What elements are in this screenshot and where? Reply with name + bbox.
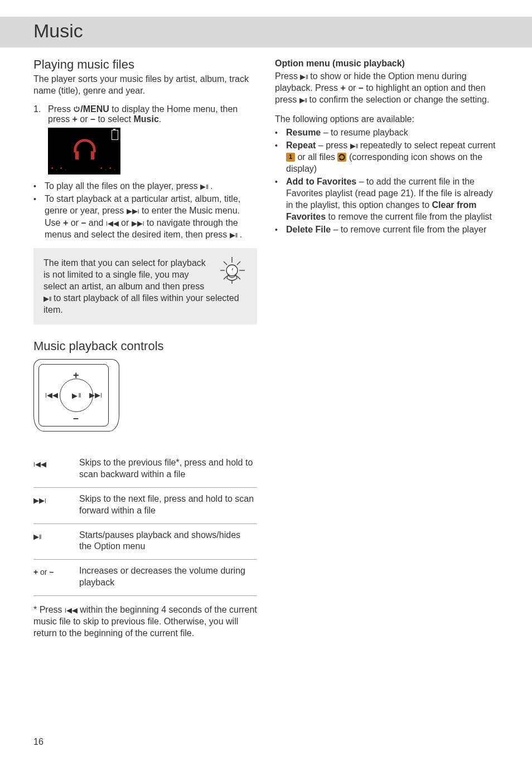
play-pause-icon: ▶II — [350, 142, 358, 150]
step-1: 1. Press /MENU to display the Home menu,… — [33, 104, 257, 124]
table-row: ▶▶I Skips to the next file, press and ho… — [33, 487, 257, 523]
next-icon: ▶▶I — [132, 219, 144, 227]
tip-sun-icon — [217, 254, 247, 287]
battery-icon — [112, 130, 118, 140]
svg-line-6 — [237, 276, 240, 279]
section-title: Music — [33, 20, 499, 42]
player-diagram: + – I◀◀ ▶▶I ▶II — [33, 359, 119, 432]
next-icon: ▶▶I — [127, 207, 139, 215]
options-available: The following options are available: — [275, 113, 499, 125]
heading-playing-music: Playing music files — [33, 57, 257, 72]
home-menu-screenshot: • . • . • . • . — [48, 128, 120, 174]
tip-box: The item that you can select for playbac… — [33, 248, 257, 325]
table-row: I◀◀ Skips to the previous file*, press a… — [33, 452, 257, 487]
control-desc: Starts/pauses playback and shows/hides t… — [79, 523, 257, 560]
minus-icon: – — [73, 413, 79, 424]
power-icon — [73, 105, 80, 113]
play-pause-icon: ▶II — [60, 379, 93, 412]
next-icon: ▶▶I — [33, 496, 46, 505]
bullet-play-specific: • To start playback at a particular arti… — [33, 193, 257, 240]
headphones-icon — [70, 135, 99, 164]
play-pause-icon: ▶II — [300, 72, 308, 81]
option-delete-file: • Delete File – to remove current file f… — [275, 224, 499, 235]
page-number: 16 — [33, 737, 43, 747]
controls-table: I◀◀ Skips to the previous file*, press a… — [33, 452, 257, 595]
prev-icon: I◀◀ — [45, 391, 58, 399]
play-pause-icon: ▶II — [43, 294, 51, 303]
svg-line-5 — [224, 261, 227, 265]
prev-icon: I◀◀ — [65, 606, 78, 614]
table-row: ▶II Starts/pauses playback and shows/hid… — [33, 523, 257, 560]
plus-minus-label: + or – — [33, 560, 79, 596]
bullet-play-all: • To play all the files on the player, p… — [33, 180, 257, 192]
step-text: Press /MENU to display the Home menu, th… — [48, 104, 257, 124]
option-repeat: • Repeat – press ▶II repeatedly to selec… — [275, 139, 499, 174]
play-pause-icon: ▶II — [33, 532, 41, 541]
prev-icon: I◀◀ — [33, 460, 46, 468]
play-pause-icon: ▶II — [299, 96, 307, 104]
control-desc: Skips to the next file, press and hold t… — [79, 487, 257, 523]
play-intro: The player sorts your music files by art… — [33, 73, 257, 96]
play-pause-icon: ▶II — [230, 231, 238, 239]
section-title-bar: Music — [0, 17, 532, 47]
play-pause-icon: ▶II — [200, 182, 208, 191]
option-intro: Press ▶II to show or hide the Option men… — [275, 70, 499, 105]
prev-icon: I◀◀ — [106, 219, 119, 227]
step-number: 1. — [33, 104, 43, 124]
repeat-all-icon — [337, 153, 346, 162]
option-add-favorites: • Add to Favorites – to add the current … — [275, 176, 499, 222]
heading-option-menu: Option menu (music playback) — [275, 59, 405, 68]
control-desc: Skips to the previous file*, press and h… — [79, 452, 257, 487]
svg-line-8 — [224, 276, 227, 279]
svg-line-7 — [237, 261, 240, 265]
footnote: * Press I◀◀ within the beginning 4 secon… — [33, 604, 257, 639]
repeat-one-icon — [286, 153, 295, 162]
control-desc: Increases or decreases the volume during… — [79, 560, 257, 596]
table-row: + or – Increases or decreases the volume… — [33, 560, 257, 596]
option-resume: • Resume – to resume playback — [275, 127, 499, 138]
heading-playback-controls: Music playback controls — [33, 339, 257, 353]
